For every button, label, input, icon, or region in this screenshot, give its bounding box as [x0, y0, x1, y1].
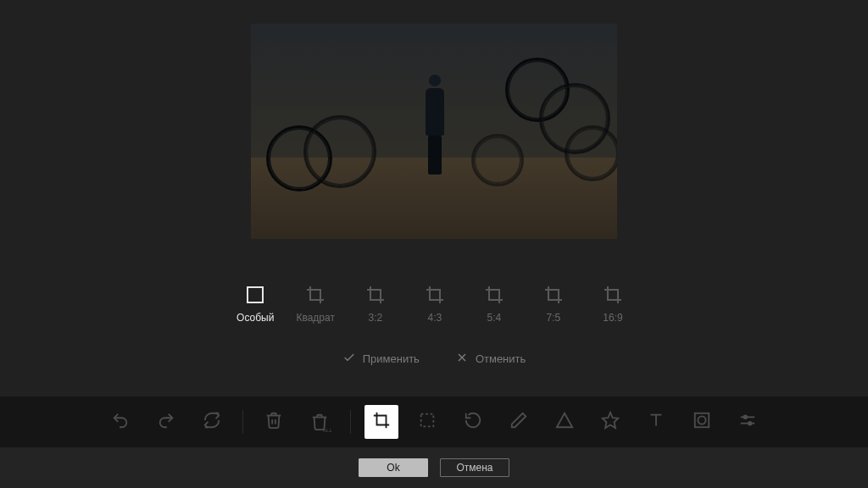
svg-rect-3	[421, 414, 434, 427]
svg-rect-0	[248, 287, 263, 302]
svg-point-10	[743, 416, 747, 419]
undo-icon	[111, 411, 130, 433]
trash-all-icon: ALL	[310, 413, 329, 431]
delete-all-button[interactable]: ALL	[303, 405, 337, 439]
draw-tool-button[interactable]	[502, 405, 536, 439]
cancel-crop-button[interactable]: Отменить	[455, 351, 526, 367]
undo-button[interactable]	[103, 405, 137, 439]
aspect-7-5[interactable]: 7:5	[535, 285, 572, 324]
sticker-tool-button[interactable]	[593, 405, 627, 439]
resize-icon	[418, 411, 437, 433]
aspect-3-2[interactable]: 3:2	[357, 285, 394, 324]
redo-icon	[157, 411, 175, 433]
circle-frame-icon	[693, 411, 711, 433]
svg-point-12	[748, 422, 752, 425]
rotate-icon	[464, 411, 482, 433]
aspect-square[interactable]: Квадрат	[296, 285, 335, 324]
aspect-label: 7:5	[547, 312, 561, 324]
dialog-footer: Ok Отмена	[0, 447, 868, 488]
crop-icon	[425, 285, 445, 305]
rotate-tool-button[interactable]	[456, 405, 490, 439]
cancel-label: Отмена	[456, 462, 492, 474]
image-preview[interactable]	[251, 24, 617, 239]
ok-button[interactable]: Ok	[359, 458, 428, 477]
canvas-area	[0, 0, 868, 280]
crop-icon	[305, 285, 326, 305]
close-icon	[455, 351, 469, 367]
crop-icon	[603, 285, 623, 305]
apply-crop-button[interactable]: Применить	[342, 351, 420, 367]
crop-icon	[484, 285, 504, 305]
adjust-tool-button[interactable]	[731, 405, 765, 439]
triangle-icon	[555, 411, 574, 433]
aspect-16-9[interactable]: 16:9	[594, 285, 632, 324]
ok-label: Ok	[387, 462, 399, 474]
shapes-tool-button[interactable]	[548, 405, 581, 439]
resize-tool-button[interactable]	[410, 405, 444, 439]
check-icon	[342, 351, 356, 367]
crop-confirm-row: Применить Отменить	[0, 351, 868, 367]
aspect-label: Особый	[236, 312, 274, 324]
aspect-ratio-row: Особый Квадрат 3:2 4:3 5:4	[0, 285, 868, 324]
square-outline-icon	[245, 285, 265, 305]
star-icon	[601, 411, 620, 433]
toolbar-separator	[350, 410, 351, 434]
aspect-label: 3:2	[369, 312, 383, 324]
cancel-label: Отменить	[476, 352, 526, 365]
reset-button[interactable]	[195, 405, 229, 439]
main-toolbar: ALL	[0, 396, 868, 447]
crop-icon	[372, 411, 391, 433]
cancel-button[interactable]: Отмена	[440, 458, 509, 477]
vignette-tool-button[interactable]	[685, 405, 719, 439]
text-icon	[647, 411, 665, 433]
aspect-label: 4:3	[428, 312, 442, 324]
delete-button[interactable]	[257, 405, 291, 439]
aspect-label: 5:4	[487, 312, 502, 324]
svg-point-8	[698, 416, 705, 424]
aspect-4-3[interactable]: 4:3	[416, 285, 453, 324]
redo-button[interactable]	[149, 405, 183, 439]
crop-icon	[365, 285, 386, 305]
aspect-5-4[interactable]: 5:4	[476, 285, 513, 324]
apply-label: Применить	[363, 352, 420, 365]
crop-icon	[543, 285, 564, 305]
refresh-icon	[203, 411, 221, 433]
svg-rect-7	[695, 413, 709, 428]
text-tool-button[interactable]	[639, 405, 673, 439]
sliders-icon	[738, 411, 757, 433]
aspect-custom[interactable]: Особый	[236, 285, 274, 324]
aspect-label: Квадрат	[296, 312, 335, 324]
toolbar-separator	[242, 410, 243, 434]
editor-stage: Особый Квадрат 3:2 4:3 5:4	[0, 0, 868, 488]
svg-marker-4	[603, 413, 618, 428]
pencil-icon	[509, 411, 528, 433]
crop-tool-button[interactable]	[364, 405, 398, 439]
trash-icon	[264, 411, 283, 433]
aspect-label: 16:9	[603, 312, 622, 324]
